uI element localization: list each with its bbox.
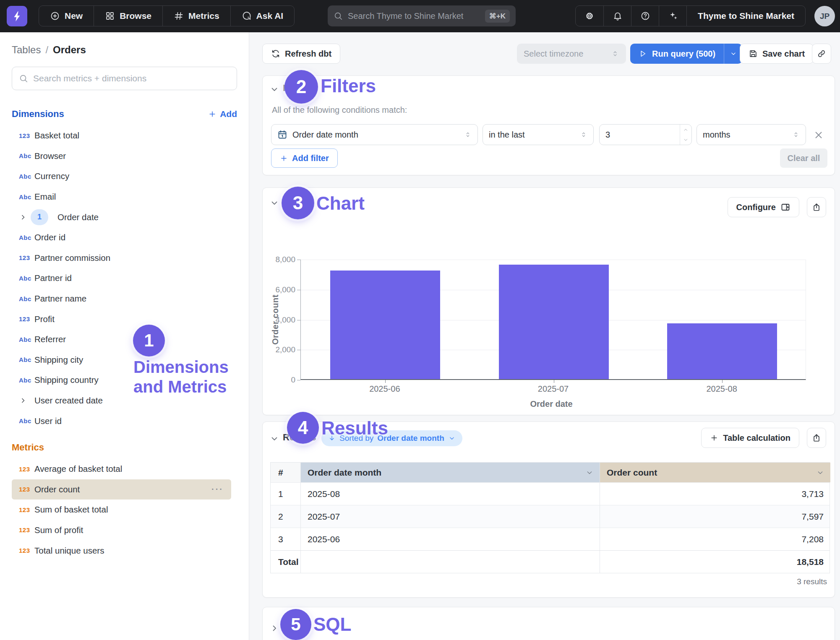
y-axis-tick-mark — [297, 350, 300, 350]
sidebar-item-profit[interactable]: 123Profit — [12, 309, 237, 329]
nav-item-ask-ai[interactable]: Ask AI — [230, 6, 295, 26]
chevron-right-icon[interactable] — [19, 213, 27, 221]
sidebar-item-order-count[interactable]: 123Order count··· — [12, 479, 231, 500]
table-calculation-button[interactable]: Table calculation — [701, 428, 799, 448]
sidebar-item-user-created-date[interactable]: User created date — [12, 390, 237, 411]
filter-field-select[interactable]: Order date month — [271, 124, 478, 145]
sidebar-item-email[interactable]: AbcEmail — [12, 187, 237, 207]
save-chart-button[interactable]: Save chart — [740, 44, 814, 64]
table-cell[interactable]: 1 — [271, 483, 301, 505]
x-axis-tick-mark — [722, 380, 723, 383]
filter-unit-select[interactable]: months — [697, 124, 806, 145]
remove-filter-button[interactable] — [813, 130, 824, 140]
collapse-filters-icon[interactable] — [269, 84, 279, 94]
ai-assistant-button[interactable] — [659, 6, 686, 26]
y-axis-tick-label: 0 — [263, 375, 295, 385]
sidebar-item-label: Basket total — [34, 130, 79, 140]
sidebar-item-partner-id[interactable]: AbcPartner id — [12, 268, 237, 289]
sidebar-item-label: Average of basket total — [34, 464, 122, 474]
table-cell[interactable]: 2025-08 — [301, 483, 600, 505]
column-header-order-count[interactable]: Order count — [600, 463, 830, 482]
add-filter-button[interactable]: Add filter — [271, 148, 338, 168]
sidebar-item-partner-commission[interactable]: 123Partner commission — [12, 248, 237, 268]
fields-search-input[interactable] — [33, 73, 230, 83]
total-value-cell: 18,518 — [600, 551, 830, 573]
clear-all-filters-button[interactable]: Clear all — [780, 148, 827, 168]
sidebar-item-shipping-city[interactable]: AbcShipping city — [12, 350, 237, 370]
table-cell[interactable]: 2 — [271, 505, 301, 528]
fields-search[interactable] — [12, 67, 237, 90]
table-cell[interactable]: 3,713 — [600, 483, 830, 505]
nav-item-browse[interactable]: Browse — [94, 6, 162, 26]
sidebar-item-average-of-basket-total[interactable]: 123Average of basket total — [12, 459, 237, 479]
number-type-icon: 123 — [19, 526, 34, 533]
sidebar-item-browser[interactable]: AbcBrowser — [12, 146, 237, 167]
total-empty-cell — [301, 551, 600, 573]
nav-item-metrics[interactable]: Metrics — [162, 6, 230, 26]
share-link-button[interactable] — [812, 44, 831, 64]
refresh-dbt-button[interactable]: Refresh dbt — [262, 44, 340, 64]
sidebar-item-sum-of-profit[interactable]: 123Sum of profit — [12, 520, 237, 541]
sidebar-item-referrer[interactable]: AbcReferrer — [12, 329, 237, 350]
filter-value-field[interactable] — [600, 130, 680, 140]
settings-button[interactable] — [576, 6, 603, 26]
export-results-button[interactable] — [807, 428, 826, 448]
chevron-down-icon[interactable] — [585, 468, 594, 477]
help-button[interactable] — [631, 6, 659, 26]
user-avatar[interactable]: JP — [814, 6, 835, 26]
run-query-split-button: Run query (500) — [630, 44, 742, 64]
sidebar-item-currency[interactable]: AbcCurrency — [12, 166, 237, 187]
y-axis-tick-mark — [297, 380, 300, 380]
global-search[interactable]: ⌘+K — [328, 5, 516, 26]
sidebar-item-order-id[interactable]: AbcOrder id — [12, 227, 237, 248]
y-axis-tick-mark — [297, 320, 300, 320]
collapse-results-icon[interactable] — [269, 434, 279, 444]
sorted-by-pill[interactable]: Sorted by Order date month — [321, 430, 462, 446]
sidebar-item-basket-total[interactable]: 123Basket total — [12, 125, 237, 146]
table-cell[interactable]: 3 — [271, 528, 301, 550]
table-cell[interactable]: 2025-07 — [301, 505, 600, 528]
column-header-order-date-month[interactable]: Order date month — [301, 463, 600, 482]
chevron-down-icon[interactable] — [816, 468, 824, 477]
item-options-button[interactable]: ··· — [211, 484, 231, 494]
string-type-icon: Abc — [19, 152, 34, 159]
add-dimension-button[interactable]: Add — [208, 109, 237, 119]
table-cell[interactable]: 7,208 — [600, 528, 830, 550]
filter-operator-select[interactable]: in the last — [483, 124, 594, 145]
bar-2025-07[interactable] — [499, 265, 609, 379]
column-header-label: Order count — [607, 468, 657, 478]
topnav-right-group: Thyme to Shine Market — [575, 5, 806, 26]
global-search-input[interactable] — [348, 11, 480, 21]
sidebar-item-label: Partner commission — [34, 253, 110, 263]
column-header-label: Order date month — [308, 468, 381, 478]
timezone-select[interactable]: Select timezone — [517, 44, 626, 64]
nav-item-new[interactable]: New — [39, 6, 94, 26]
sidebar-item-sum-of-basket-total[interactable]: 123Sum of basket total — [12, 500, 237, 520]
sidebar-item-order-date[interactable]: 1Order date — [12, 207, 237, 227]
run-query-button[interactable]: Run query (500) — [630, 44, 724, 64]
chevron-right-icon[interactable] — [19, 396, 27, 405]
expand-sql-icon[interactable] — [269, 623, 279, 633]
select-caret-icon — [611, 49, 619, 58]
stepper-down-button[interactable] — [680, 135, 691, 145]
bar-2025-08[interactable] — [667, 323, 777, 379]
column-header--[interactable]: # — [271, 463, 301, 482]
table-cell[interactable]: 7,597 — [600, 505, 830, 528]
filter-value-input[interactable] — [599, 124, 692, 145]
table-header-row: #Order date monthOrder count — [271, 463, 830, 482]
table-cell[interactable]: 2025-06 — [301, 528, 600, 550]
sidebar-item-partner-name[interactable]: AbcPartner name — [12, 289, 237, 309]
notifications-button[interactable] — [603, 6, 631, 26]
sidebar-item-total-unique-users[interactable]: 123Total unique users — [12, 540, 237, 561]
sidebar-item-shipping-country[interactable]: AbcShipping country — [12, 370, 237, 390]
app-logo[interactable] — [7, 6, 27, 26]
bar-2025-06[interactable] — [330, 271, 440, 379]
stepper-up-button[interactable] — [680, 125, 691, 135]
organization-name[interactable]: Thyme to Shine Market — [686, 6, 805, 26]
arrow-down-icon — [328, 434, 336, 442]
breadcrumb-tables-link[interactable]: Tables — [12, 44, 41, 56]
chat-star-icon — [242, 11, 252, 21]
y-axis-tick-label: 6,000 — [263, 285, 295, 294]
save-icon — [749, 49, 758, 58]
sidebar-item-user-id[interactable]: AbcUser id — [12, 411, 237, 431]
